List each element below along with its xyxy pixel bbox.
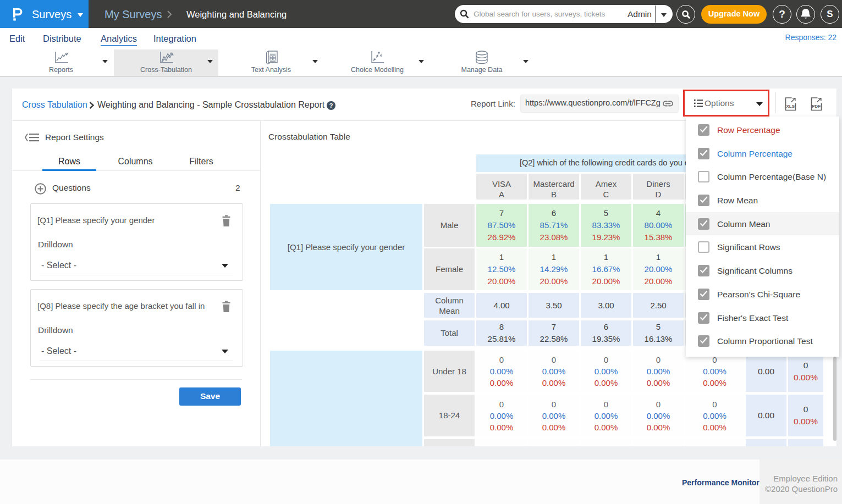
svg-text:XLS: XLS [786, 104, 795, 109]
svg-text:PDF: PDF [812, 104, 821, 109]
